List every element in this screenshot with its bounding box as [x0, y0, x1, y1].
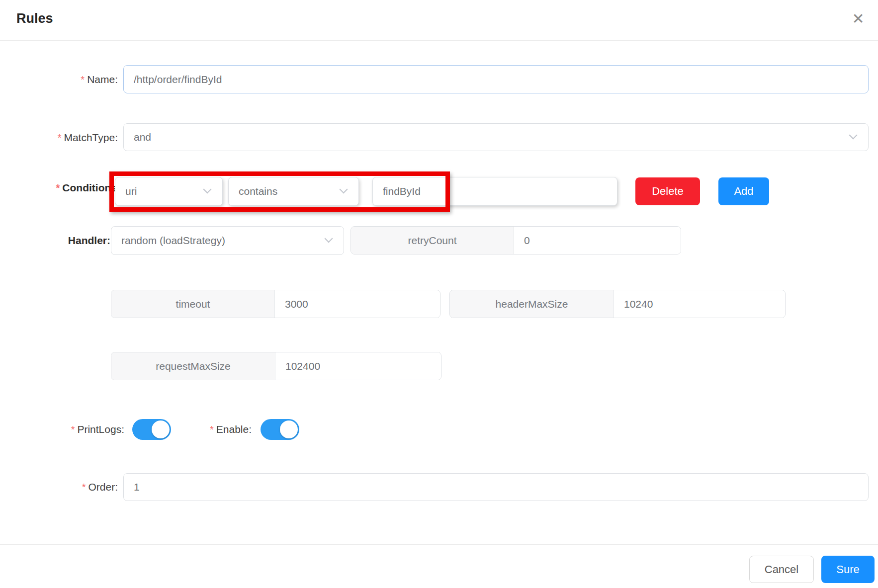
name-input[interactable]: [123, 65, 869, 93]
handler-label: Handler:: [30, 233, 110, 248]
chevron-down-icon: [340, 185, 348, 194]
condition-field-value: uri: [125, 185, 137, 197]
headermaxsize-value-input[interactable]: [614, 290, 785, 318]
matchtype-selected-value: and: [134, 131, 151, 143]
rules-dialog: Rules ✕ *Name: *MatchType: and *Conditio…: [0, 0, 878, 588]
enable-toggle[interactable]: [261, 419, 299, 440]
delete-condition-button[interactable]: Delete: [635, 177, 700, 205]
printlogs-toggle[interactable]: [132, 419, 171, 440]
toggle-knob: [152, 420, 170, 438]
enable-label: *Enable:: [198, 422, 252, 437]
sure-button[interactable]: Sure: [821, 556, 875, 583]
headermaxsize-key-label: headerMaxSize: [450, 290, 614, 318]
timeout-key-label: timeout: [111, 290, 275, 318]
conditions-label: *Conditions:: [30, 180, 120, 195]
requestmaxsize-value-input[interactable]: [275, 352, 441, 380]
dialog-title: Rules: [16, 11, 53, 26]
order-label: *Order:: [30, 480, 118, 495]
chevron-down-icon: [849, 131, 858, 140]
requestmaxsize-field: requestMaxSize: [111, 352, 441, 380]
toggle-knob: [280, 420, 298, 438]
cancel-button[interactable]: Cancel: [749, 556, 814, 583]
requestmaxsize-key-label: requestMaxSize: [111, 352, 275, 380]
condition-value-input[interactable]: [372, 177, 617, 206]
timeout-value-input[interactable]: [275, 290, 440, 318]
required-asterisk: *: [210, 424, 214, 435]
printlogs-label: *PrintLogs:: [50, 422, 124, 437]
retrycount-key-label: retryCount: [351, 227, 514, 254]
retrycount-value-input[interactable]: [514, 227, 681, 254]
condition-operator-select[interactable]: contains: [228, 177, 359, 206]
required-asterisk: *: [71, 424, 75, 435]
condition-operator-value: contains: [239, 185, 277, 197]
add-condition-button[interactable]: Add: [718, 177, 769, 205]
required-asterisk: *: [82, 482, 86, 493]
matchtype-label: *MatchType:: [30, 130, 118, 145]
dialog-header: Rules ✕: [0, 0, 878, 41]
order-input[interactable]: [123, 473, 869, 501]
load-strategy-value: random (loadStrategy): [121, 235, 225, 246]
required-asterisk: *: [58, 132, 62, 143]
matchtype-select[interactable]: and: [123, 123, 869, 151]
headermaxsize-field: headerMaxSize: [449, 290, 786, 318]
load-strategy-select[interactable]: random (loadStrategy): [111, 226, 344, 255]
retrycount-field: retryCount: [351, 226, 681, 254]
chevron-down-icon: [203, 185, 212, 194]
close-icon[interactable]: ✕: [847, 8, 869, 30]
condition-field-select[interactable]: uri: [115, 177, 223, 206]
required-asterisk: *: [81, 74, 85, 85]
chevron-down-icon: [325, 235, 333, 243]
required-asterisk: *: [56, 182, 60, 193]
name-label: *Name:: [30, 72, 118, 87]
timeout-field: timeout: [111, 290, 440, 318]
dialog-footer: Cancel Sure: [0, 544, 878, 588]
